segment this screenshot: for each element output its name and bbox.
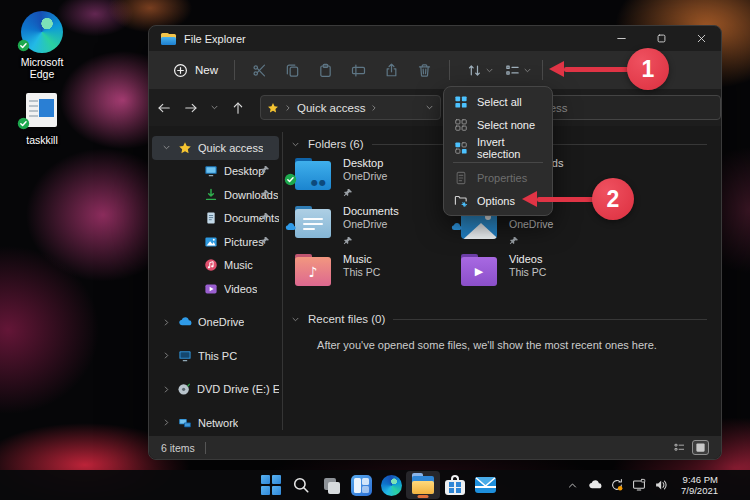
chevron-right-icon[interactable] xyxy=(162,418,172,427)
dvd-icon xyxy=(177,382,191,396)
sidebar-item-label: OneDrive xyxy=(198,316,244,328)
sidebar-item-pictures[interactable]: Pictures xyxy=(152,230,279,254)
sidebar-item-label: Quick access xyxy=(198,142,263,154)
address-bar: Quick access Search Quick access xyxy=(149,89,721,126)
folder-tile-music[interactable]: ♪MusicThis PC xyxy=(295,249,461,297)
view-button[interactable] xyxy=(496,57,534,83)
menu-separator xyxy=(453,162,543,163)
chevron-right-icon[interactable] xyxy=(162,351,172,360)
pin-icon xyxy=(343,184,387,202)
address-box[interactable]: Quick access xyxy=(260,95,441,120)
desktop-icons: MicrosoftEdgetaskkill xyxy=(6,10,78,146)
invert-selection-icon xyxy=(454,141,468,155)
close-icon xyxy=(695,32,708,45)
taskbar-button-search[interactable] xyxy=(286,471,316,499)
taskbar-button-edge[interactable] xyxy=(376,471,406,499)
copy-button[interactable] xyxy=(276,57,309,83)
downloads-icon xyxy=(204,188,218,202)
view-icon xyxy=(505,63,520,78)
chevron-down-icon[interactable] xyxy=(162,143,172,152)
minimize-button[interactable] xyxy=(601,26,641,51)
recent-files-section-header[interactable]: Recent files (0) xyxy=(283,313,717,325)
sidebar-item-onedrive[interactable]: OneDrive xyxy=(152,311,279,335)
chevron-right-icon[interactable] xyxy=(162,385,171,394)
tile-location: OneDrive xyxy=(509,218,553,231)
desktop-icon-taskkill[interactable]: taskkill xyxy=(6,88,78,146)
title-bar[interactable]: File Explorer xyxy=(149,26,721,51)
menu-item-properties[interactable]: Properties xyxy=(444,166,552,189)
onedrive-icon xyxy=(178,315,192,329)
sidebar-item-videos[interactable]: Videos xyxy=(152,277,279,301)
tray-volume-icon[interactable] xyxy=(653,478,668,493)
documents-icon xyxy=(204,211,218,225)
chevron-down-icon xyxy=(485,66,494,75)
select-none-icon xyxy=(454,118,468,132)
taskbar-clock[interactable]: 9:46 PM 7/9/2021 xyxy=(681,474,718,496)
tile-name: Videos xyxy=(509,253,546,266)
tray-display-icon[interactable] xyxy=(631,478,646,493)
star-icon xyxy=(178,141,192,155)
annotation-step-2: 2 xyxy=(592,178,634,220)
tray-onedrive-cloud-icon[interactable] xyxy=(587,478,602,493)
sidebar-item-label: Network xyxy=(198,417,238,429)
new-button[interactable]: New xyxy=(165,58,226,83)
delete-button[interactable] xyxy=(408,57,441,83)
close-button[interactable] xyxy=(681,26,721,51)
rename-icon xyxy=(351,63,366,78)
up-button[interactable] xyxy=(226,96,250,120)
tile-location: OneDrive xyxy=(343,170,387,183)
sidebar-item-label: Downloads xyxy=(224,189,278,201)
sidebar-item-documents[interactable]: Documents xyxy=(152,207,279,231)
view-toggles xyxy=(671,440,709,455)
tray-chevron-up-icon[interactable] xyxy=(565,478,580,493)
items-count: 6 items xyxy=(161,442,195,454)
menu-item-select-all[interactable]: Select all xyxy=(444,90,552,113)
toolbar-separator xyxy=(449,60,450,80)
paste-icon xyxy=(318,63,333,78)
forward-button[interactable] xyxy=(179,96,203,120)
sidebar-item-this-pc[interactable]: This PC xyxy=(152,344,279,368)
sidebar-item-dvd-drive-e-esd-is[interactable]: DVD Drive (E:) ESD-IS xyxy=(152,378,279,402)
synced-badge-icon xyxy=(17,116,30,134)
taskbar: 9:46 PM 7/9/2021 xyxy=(0,470,750,500)
rename-button[interactable] xyxy=(342,57,375,83)
menu-item-select-none[interactable]: Select none xyxy=(444,113,552,136)
folder-tile-desktop[interactable]: ●●DesktopOneDrive xyxy=(295,153,461,201)
paste-button[interactable] xyxy=(309,57,342,83)
breadcrumb[interactable]: Quick access xyxy=(297,102,365,114)
taskbar-button-file-explorer[interactable] xyxy=(406,471,440,499)
share-button[interactable] xyxy=(375,57,408,83)
sidebar-item-quick-access[interactable]: Quick access xyxy=(152,136,279,160)
menu-item-label: Select none xyxy=(477,119,535,131)
taskbar-button-task-view[interactable] xyxy=(316,471,346,499)
folder-tile-videos[interactable]: ▶VideosThis PC xyxy=(461,249,627,297)
sidebar-item-music[interactable]: Music xyxy=(152,254,279,278)
taskbar-button-start[interactable] xyxy=(256,471,286,499)
sidebar-item-downloads[interactable]: Downloads xyxy=(152,183,279,207)
toolbar-separator xyxy=(542,60,543,80)
desktop-icon-microsoft-edge[interactable]: MicrosoftEdge xyxy=(6,10,78,80)
tile-location: This PC xyxy=(343,266,380,279)
taskbar-button-store[interactable] xyxy=(440,471,470,499)
details-view-button[interactable] xyxy=(671,440,688,455)
sidebar-item-network[interactable]: Network xyxy=(152,411,279,435)
recent-locations-button[interactable] xyxy=(206,96,223,120)
start-icon xyxy=(261,475,281,495)
tile-name: Music xyxy=(343,253,380,266)
sort-button[interactable] xyxy=(458,57,496,83)
taskbar-button-mail[interactable] xyxy=(470,471,500,499)
edge-icon xyxy=(20,10,64,54)
sidebar-item-label: DVD Drive (E:) ESD-IS xyxy=(197,383,279,395)
chevron-right-icon[interactable] xyxy=(162,318,172,327)
cut-button[interactable] xyxy=(243,57,276,83)
taskbar-button-widgets[interactable] xyxy=(346,471,376,499)
pictures-icon xyxy=(204,235,218,249)
sidebar-item-desktop[interactable]: Desktop xyxy=(152,160,279,184)
back-button[interactable] xyxy=(152,96,176,120)
chevron-right-icon xyxy=(284,104,292,112)
folder-tile-documents[interactable]: DocumentsOneDrive xyxy=(295,201,461,249)
large-icons-view-button[interactable] xyxy=(692,440,709,455)
tray-sync-update-icon[interactable] xyxy=(609,478,624,493)
address-dropdown-chevron-icon[interactable] xyxy=(425,103,434,112)
menu-item-invert-selection[interactable]: Invert selection xyxy=(444,136,552,159)
